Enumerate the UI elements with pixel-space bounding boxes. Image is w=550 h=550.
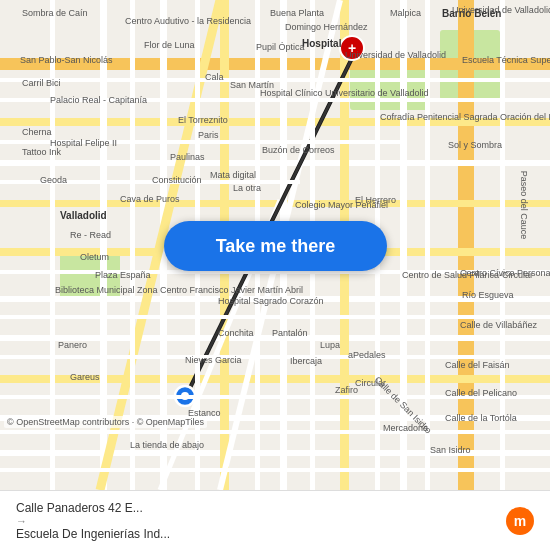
svg-rect-36 <box>0 395 550 399</box>
svg-rect-5 <box>0 118 550 126</box>
svg-text:+: + <box>348 40 356 56</box>
svg-rect-19 <box>400 0 407 490</box>
svg-rect-10 <box>0 335 550 341</box>
moovit-logo: m <box>506 507 534 535</box>
svg-rect-38 <box>0 468 550 472</box>
svg-rect-30 <box>0 98 550 102</box>
svg-rect-46 <box>500 0 505 490</box>
svg-rect-9 <box>0 296 550 302</box>
svg-rect-45 <box>425 0 430 490</box>
route-arrow: → <box>16 515 498 527</box>
moovit-letter: m <box>514 513 526 529</box>
route-info: Calle Panaderos 42 E... → Escuela De Ing… <box>16 501 498 541</box>
destination-label: Escuela De Ingenierías Ind... <box>16 527 498 541</box>
svg-rect-35 <box>0 355 550 359</box>
map-attribution: © OpenStreetMap contributors · © OpenMap… <box>4 416 207 428</box>
map-container: + Barrio BelénSan Pablo-San NicolásValla… <box>0 0 550 490</box>
svg-rect-13 <box>0 450 550 456</box>
svg-rect-34 <box>0 315 550 319</box>
svg-rect-29 <box>0 78 550 82</box>
svg-rect-4 <box>0 58 550 70</box>
origin-label: Calle Panaderos 42 E... <box>16 501 498 515</box>
moovit-icon: m <box>506 507 534 535</box>
svg-rect-6 <box>0 160 550 166</box>
bottom-bar: Calle Panaderos 42 E... → Escuela De Ing… <box>0 490 550 550</box>
svg-rect-0 <box>60 250 120 300</box>
svg-rect-37 <box>0 430 550 434</box>
take-me-there-button[interactable]: Take me there <box>164 221 387 271</box>
svg-rect-11 <box>0 375 550 383</box>
